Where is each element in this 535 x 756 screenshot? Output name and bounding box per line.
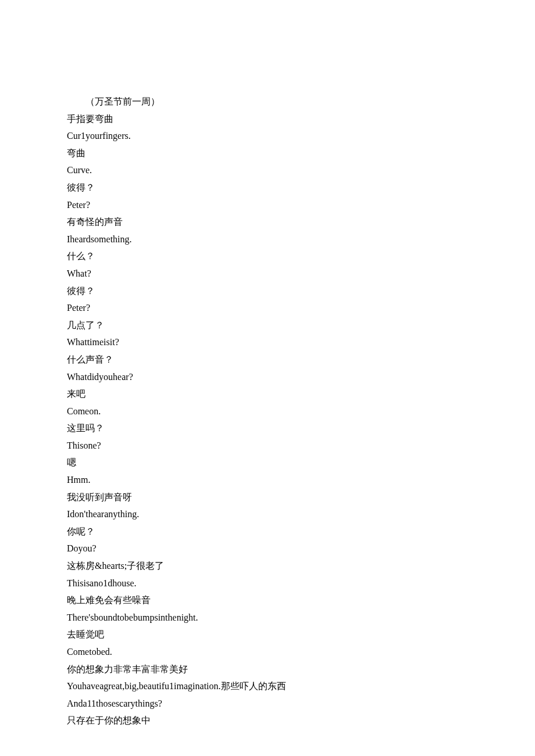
text-line: 几点了？ [67, 317, 468, 334]
text-line: Youhaveagreat,big,beautifu1imagination.那… [67, 678, 468, 695]
text-line: 有奇怪的声音 [67, 213, 468, 231]
text-line: 只存在于你的想象中 [67, 712, 468, 729]
text-line: 彼得？ [67, 282, 468, 300]
text-line: What? [67, 265, 468, 282]
text-line: Curve. [67, 162, 468, 179]
text-line: Idon'thearanything. [67, 506, 468, 523]
text-line: Anda11thosescarythings? [67, 695, 468, 712]
text-line: There'sboundtobebumpsinthenight. [67, 609, 468, 626]
text-line: 你的想象力非常丰富非常美好 [67, 661, 468, 678]
text-line: 这里吗？ [67, 420, 468, 437]
text-line: Cur1yourfingers. [67, 127, 468, 145]
text-line: （万圣节前一周） [67, 93, 468, 110]
text-line: Thisone? [67, 437, 468, 454]
text-line: Iheardsomething. [67, 231, 468, 248]
text-line: 彼得？ [67, 179, 468, 196]
text-line: 来吧 [67, 385, 468, 403]
text-line: Cometobed. [67, 643, 468, 661]
text-line: 我没听到声音呀 [67, 489, 468, 506]
text-line: Whatdidyouhear? [67, 368, 468, 386]
text-line: 晚上难免会有些噪音 [67, 592, 468, 609]
text-line: Whattimeisit? [67, 334, 468, 351]
text-line: 你呢？ [67, 523, 468, 540]
text-line: Thisisano1dhouse. [67, 575, 468, 592]
text-line: 去睡觉吧 [67, 626, 468, 643]
text-line: 弯曲 [67, 145, 468, 162]
text-line: Comeon. [67, 403, 468, 420]
text-line: 什么？ [67, 248, 468, 265]
text-line: Doyou? [67, 540, 468, 557]
text-line: 这栋房&hearts;子很老了 [67, 557, 468, 575]
text-line: Peter? [67, 196, 468, 214]
text-line: 嗯 [67, 454, 468, 471]
text-line: Hmm. [67, 471, 468, 489]
text-line: 什么声音？ [67, 351, 468, 368]
text-line: Peter? [67, 299, 468, 317]
document-page: （万圣节前一周） 手指要弯曲 Cur1yourfingers. 弯曲 Curve… [0, 0, 535, 756]
text-line: 手指要弯曲 [67, 110, 468, 128]
